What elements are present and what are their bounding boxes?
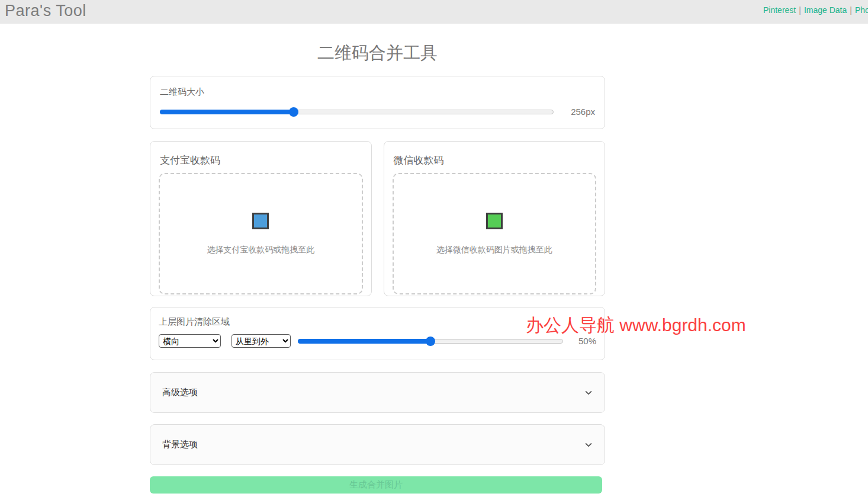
clear-area-value: 50% [570,336,596,346]
background-options-label: 背景选项 [162,439,198,450]
clear-area-slider-fill [298,339,430,344]
upload-row: 支付宝收款码 选择支付宝收款码或拖拽至此 微信收款码 选择微信收款码图片或拖拽至… [150,141,605,296]
alipay-drop-hint: 选择支付宝收款码或拖拽至此 [207,245,314,255]
chevron-down-icon [584,389,593,397]
green-file-square-icon [486,213,503,229]
qr-size-slider[interactable] [160,107,554,117]
nav-separator: | [799,5,801,15]
chevron-down-icon [584,441,593,449]
header-bar: Para's Tool Pinterest|Image Data|Photo [0,0,868,24]
qr-size-card: 二维码大小 256px [150,76,605,129]
qr-size-value: 256px [562,107,595,117]
clear-area-card: 上层图片清除区域 横向 从里到外 50% [150,307,605,360]
qr-size-slider-thumb[interactable] [289,107,298,117]
generate-merge-button[interactable]: 生成合并图片 [150,476,602,494]
wechat-dropzone[interactable]: 选择微信收款码图片或拖拽至此 [393,173,597,294]
nav-link-pinterest[interactable]: Pinterest [763,5,796,15]
alipay-upload-title: 支付宝收款码 [160,153,363,167]
qr-size-slider-fill [160,110,294,114]
advanced-options-label: 高级选项 [162,387,198,398]
clear-area-slider[interactable] [298,337,563,346]
nav-separator: | [850,5,852,15]
page-title: 二维码合并工具 [150,43,605,63]
background-options-toggle[interactable]: 背景选项 [150,424,605,465]
header-nav: Pinterest|Image Data|Photo [763,5,868,15]
wechat-upload-title: 微信收款码 [394,153,597,167]
clear-area-label: 上层图片清除区域 [159,316,596,328]
wechat-upload-card: 微信收款码 选择微信收款码图片或拖拽至此 [384,141,606,296]
app-title: Para's Tool [5,2,86,20]
main-content: 二维码合并工具 二维码大小 256px 支付宝收款码 选择支付宝收款码或拖拽至此… [150,43,605,494]
alipay-dropzone[interactable]: 选择支付宝收款码或拖拽至此 [159,173,363,294]
order-select[interactable]: 从里到外 [232,334,291,348]
wechat-drop-hint: 选择微信收款码图片或拖拽至此 [436,245,552,255]
nav-link-photo[interactable]: Photo [855,5,868,15]
direction-select[interactable]: 横向 [159,334,221,348]
blue-file-square-icon [252,213,269,229]
advanced-options-toggle[interactable]: 高级选项 [150,372,605,413]
qr-size-label: 二维码大小 [160,86,595,98]
clear-area-slider-thumb[interactable] [426,337,435,346]
alipay-upload-card: 支付宝收款码 选择支付宝收款码或拖拽至此 [150,141,372,296]
nav-link-image-data[interactable]: Image Data [804,5,847,15]
